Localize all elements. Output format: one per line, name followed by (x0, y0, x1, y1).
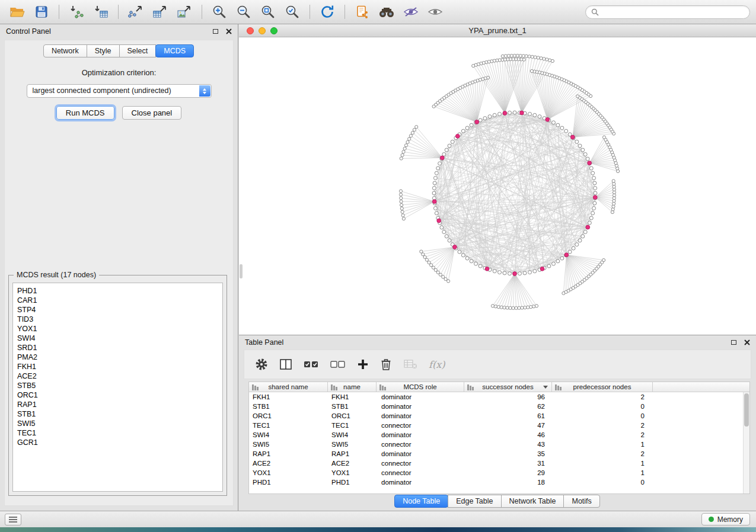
delete-column-trash-icon[interactable] (380, 358, 392, 371)
network-node[interactable] (568, 250, 572, 254)
network-node[interactable] (586, 157, 589, 161)
network-leaf-node[interactable] (518, 306, 521, 309)
import-network-button[interactable] (65, 2, 88, 21)
search-network-button[interactable] (375, 2, 398, 21)
column-header-shared-name[interactable]: shared name (249, 382, 328, 392)
table-row[interactable]: YOX1YOX1connector291 (249, 468, 743, 477)
network-leaf-node[interactable] (500, 306, 503, 309)
network-node[interactable] (592, 177, 596, 180)
network-leaf-node[interactable] (509, 306, 512, 309)
import-table-button[interactable] (90, 2, 112, 21)
mcds-result-item[interactable]: ACE2 (17, 371, 218, 381)
network-node[interactable] (592, 207, 596, 210)
network-node[interactable] (483, 117, 487, 120)
network-leaf-node[interactable] (530, 69, 533, 72)
network-leaf-node[interactable] (602, 136, 605, 139)
network-leaf-node[interactable] (515, 306, 518, 309)
network-leaf-node[interactable] (400, 204, 403, 207)
network-node[interactable] (578, 239, 582, 242)
network-leaf-node[interactable] (413, 129, 416, 132)
table-row[interactable]: ACE2ACE2connector311 (249, 459, 743, 468)
show-hide-button[interactable] (424, 2, 446, 21)
network-node[interactable] (552, 262, 556, 265)
close-window-icon[interactable] (247, 27, 254, 34)
network-node[interactable] (474, 262, 478, 265)
network-node[interactable] (432, 191, 436, 195)
refresh-layout-button[interactable] (316, 2, 339, 21)
network-node[interactable] (583, 230, 587, 234)
tab-node-table[interactable]: Node Table (394, 495, 448, 508)
global-search[interactable] (585, 5, 750, 19)
network-node[interactable] (589, 216, 593, 220)
export-table-button[interactable] (149, 2, 171, 21)
network-leaf-node[interactable] (400, 157, 403, 160)
network-node[interactable] (581, 148, 585, 152)
mcds-result-item[interactable]: PMA2 (17, 352, 218, 362)
network-leaf-node[interactable] (415, 126, 418, 129)
network-node[interactable] (581, 235, 585, 238)
network-leaf-node[interactable] (472, 65, 475, 68)
table-row[interactable]: ORC1ORC1dominator610 (249, 411, 743, 421)
network-node[interactable] (513, 111, 516, 114)
network-node[interactable] (435, 171, 438, 175)
tab-network[interactable]: Network (43, 44, 87, 57)
network-leaf-node[interactable] (403, 147, 406, 150)
network-node[interactable] (461, 254, 465, 257)
mcds-result-item[interactable]: STP4 (17, 305, 218, 315)
network-leaf-node[interactable] (521, 306, 524, 309)
network-node[interactable] (594, 187, 597, 190)
network-node[interactable] (538, 115, 541, 118)
network-node[interactable] (488, 115, 492, 118)
network-leaf-node[interactable] (507, 55, 510, 57)
network-leaf-node[interactable] (422, 253, 425, 256)
network-node[interactable] (556, 259, 560, 263)
mcds-result-item[interactable]: RAP1 (17, 400, 218, 409)
network-leaf-node[interactable] (510, 55, 513, 57)
network-node[interactable] (445, 235, 448, 238)
column-header-predecessor-nodes[interactable]: predecessor nodes (552, 382, 653, 392)
network-dominator-node[interactable] (437, 219, 441, 223)
network-node[interactable] (445, 148, 448, 152)
table-settings-gear-icon[interactable] (255, 358, 268, 371)
network-dominator-node[interactable] (546, 117, 550, 121)
network-node[interactable] (433, 177, 437, 180)
table-row[interactable]: RAP1RAP1dominator352 (249, 449, 743, 459)
network-leaf-node[interactable] (400, 197, 403, 200)
close-panel-icon[interactable] (226, 28, 232, 34)
network-node[interactable] (593, 181, 596, 185)
table-row[interactable]: PHD1PHD1dominator180 (249, 477, 743, 487)
mcds-result-item[interactable]: SWI5 (17, 419, 218, 428)
mcds-result-item[interactable]: GCR1 (17, 438, 218, 447)
network-leaf-node[interactable] (503, 306, 506, 309)
column-header-name[interactable]: name (328, 382, 377, 392)
network-node[interactable] (451, 140, 454, 143)
table-scrollbar-thumb[interactable] (744, 393, 749, 427)
add-column-icon[interactable] (357, 358, 369, 370)
search-input[interactable] (602, 7, 744, 17)
network-node[interactable] (493, 113, 496, 117)
network-leaf-node[interactable] (516, 54, 519, 57)
network-leaf-node[interactable] (543, 57, 546, 60)
network-leaf-node[interactable] (522, 55, 525, 57)
save-session-button[interactable] (30, 2, 53, 21)
network-dominator-node[interactable] (588, 161, 592, 165)
network-leaf-node[interactable] (501, 55, 504, 57)
network-leaf-node[interactable] (406, 140, 409, 143)
open-session-button[interactable] (6, 2, 28, 21)
network-leaf-node[interactable] (519, 55, 522, 57)
tab-motifs[interactable]: Motifs (563, 495, 599, 508)
network-node[interactable] (508, 272, 512, 275)
network-leaf-node[interactable] (512, 306, 515, 309)
network-leaf-node[interactable] (540, 57, 543, 60)
memory-button[interactable]: Memory (701, 513, 750, 525)
network-dominator-node[interactable] (432, 200, 436, 204)
network-leaf-node[interactable] (576, 95, 579, 98)
network-node[interactable] (498, 271, 502, 274)
network-leaf-node[interactable] (537, 56, 540, 59)
network-node[interactable] (564, 129, 568, 133)
network-node[interactable] (552, 121, 556, 124)
network-canvas[interactable] (239, 37, 756, 335)
network-node[interactable] (465, 126, 469, 130)
network-node[interactable] (470, 123, 473, 127)
mcds-result-item[interactable]: TEC1 (17, 428, 218, 438)
